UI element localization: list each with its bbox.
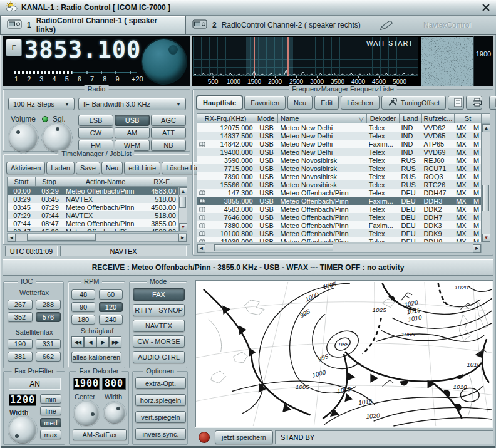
radio-mode-button[interactable]: USB <box>115 115 150 126</box>
col-name[interactable]: Name ▽ <box>278 113 367 123</box>
freqlist-tab[interactable]: Hauptliste <box>197 96 242 110</box>
ioc-button[interactable]: 662 <box>36 352 61 362</box>
option-button[interactable]: vert.spiegeln <box>135 411 186 423</box>
close-button[interactable] <box>481 3 491 12</box>
dekoder-center-knob[interactable] <box>75 402 98 425</box>
f-button[interactable]: F <box>6 39 22 56</box>
ioc-button[interactable]: 288 <box>36 300 61 310</box>
frequency-row[interactable]: 7890.000 USB Meteo Novosibirsk Telex RUS… <box>197 172 481 180</box>
radio-mode-button[interactable]: AGC <box>151 115 186 126</box>
frequency-row[interactable]: 10100.800 USB Meteo Offenbach/Pinn Telex… <box>197 229 481 237</box>
rpm-button[interactable]: 48 <box>71 289 95 300</box>
scroll-up-icon[interactable]: ▲ <box>482 124 490 132</box>
spectrum-display[interactable]: WAIT START 50010001500200025003000350040… <box>192 36 473 86</box>
ioc-button[interactable]: 331 <box>36 339 61 349</box>
prefilter-mode-button[interactable]: fine <box>40 406 61 415</box>
job-row[interactable]: 08:47 15:29 Meteo Offenbach/Pinn 4583.00 <box>8 227 178 232</box>
ioc-button[interactable]: 190 <box>8 339 33 349</box>
col-start[interactable]: Start <box>7 177 36 187</box>
joblist-toolbar-button[interactable]: Laden <box>46 162 75 174</box>
col-rx-frq[interactable]: RX-Frq.(KHz) <box>197 113 254 123</box>
skew-arrow-button[interactable]: ▶▶ <box>109 336 121 348</box>
col-stop[interactable]: Stop <box>36 177 63 187</box>
frequency-row[interactable]: 7880.000 USB Meteo Offenbach/Pinn Faxim.… <box>197 221 481 229</box>
tuning-offset-button[interactable]: TuningOffset <box>381 96 446 110</box>
decoder-mode-button[interactable]: CW - MORSE <box>133 335 185 348</box>
joblist-toolbar-button[interactable]: Aktivieren <box>6 162 45 174</box>
radio-mode-button[interactable]: ATT <box>151 127 186 138</box>
frequency-row[interactable]: 12075.000 USB Meteo New Delhi Telex IND … <box>197 123 481 132</box>
if-bandwidth-select[interactable]: IF-Bandwidth 3.0 KHz ▼ <box>78 98 186 110</box>
col-dekoder[interactable]: Dekoder <box>367 113 400 123</box>
frequency-row[interactable]: 147.300 USB Meteo Offenbach/Pinn Telex D… <box>197 189 481 197</box>
frequency-row[interactable]: 3590.000 USB Meteo Novosibirsk Telex RUS… <box>197 156 481 164</box>
decoder-mode-button[interactable]: AUDIO-CTRL <box>133 351 185 363</box>
frequency-row[interactable]: 4583.000 USB Meteo Offenbach/Pinn Telex … <box>197 205 481 213</box>
scroll-down-icon[interactable]: ▼ <box>482 234 490 242</box>
ioc-button[interactable]: 576 <box>36 312 61 322</box>
spectrum-grid[interactable]: WAIT START <box>193 37 418 76</box>
joblist-vscrollbar[interactable]: ▲ ▼ <box>178 187 187 232</box>
frequency-row[interactable]: 15566.000 USB Meteo Novosibirsk Telex RU… <box>197 180 481 189</box>
rpm-button[interactable]: 60 <box>99 289 123 300</box>
scroll-right-icon[interactable]: ► <box>178 234 187 242</box>
skew-arrow-button[interactable]: ◀◀ <box>71 336 84 348</box>
frequency-row[interactable]: 7715.000 USB Meteo Novosibirsk Telex RUS… <box>197 164 481 172</box>
prefilter-mode-button[interactable]: min <box>40 394 61 404</box>
prefilter-state-display[interactable]: AN <box>9 378 61 390</box>
joblist-toolbar-button[interactable]: Neu <box>101 162 123 174</box>
job-row[interactable]: 07:29 07:44 NAVTEX 518.00 <box>8 211 178 219</box>
help-button[interactable]: ? <box>489 96 496 110</box>
frequency-row[interactable]: 11039.000 USB Meteo Offenbach/Pinn Telex… <box>197 237 481 242</box>
step-size-select[interactable]: 100 Hz Steps ▼ <box>8 98 75 110</box>
radio-mode-button[interactable]: NB <box>151 140 186 151</box>
radio-mode-button[interactable]: CW <box>78 127 113 138</box>
tab-channel-2[interactable]: 2 RadioControl Channel-2 ( speaker recht… <box>186 16 371 34</box>
skew-arrow-button[interactable]: ◀ <box>84 336 96 348</box>
dekoder-width-knob[interactable] <box>105 403 125 423</box>
volume-knob[interactable] <box>9 124 37 152</box>
job-row[interactable]: 03:29 03:45 NAVTEX 518.00 <box>8 195 178 203</box>
option-button[interactable]: horz.spiegeln <box>135 394 186 406</box>
frequency-row[interactable]: 7646.000 USB Meteo Offenbach/Pinn Telex … <box>197 213 481 221</box>
joblist-toolbar-button[interactable]: edit Linie <box>124 162 160 174</box>
col-rx-freq[interactable]: RX-F.. <box>148 177 178 187</box>
frequency-row[interactable]: 3855.000 USB Meteo Offenbach/Pinn Faxim.… <box>197 197 481 205</box>
prefilter-mode-button[interactable]: med <box>40 418 61 427</box>
radio-mode-button[interactable]: AM <box>115 127 150 138</box>
col-st[interactable]: St <box>455 113 482 123</box>
frequency-row[interactable]: 14837.500 USB Meteo New Delhi Telex IND … <box>197 132 481 140</box>
print-button[interactable] <box>466 96 482 110</box>
scroll-left-icon[interactable]: ◄ <box>197 244 205 253</box>
job-row[interactable]: 07:44 08:47 Meteo Offenbach/Pinn 3855.00 <box>8 219 178 227</box>
rpm-button[interactable]: 240 <box>99 315 123 325</box>
scroll-thumb[interactable] <box>214 244 333 251</box>
scroll-thumb[interactable] <box>179 197 186 208</box>
freqlist-tab[interactable]: Neu <box>287 96 313 110</box>
ioc-button[interactable]: 381 <box>8 352 33 362</box>
freqlist-vscrollbar[interactable]: ▲ ▼ <box>482 123 490 242</box>
col-action-name[interactable]: Action-Name <box>63 177 148 187</box>
col-mode[interactable]: Mode <box>254 113 278 123</box>
freqlist-tab[interactable]: Favoriten <box>244 96 286 110</box>
log-button[interactable] <box>448 96 464 110</box>
col-land[interactable]: Land <box>400 113 422 123</box>
radio-mode-button[interactable]: LSB <box>78 115 113 126</box>
freqlist-tab[interactable]: Löschen <box>341 96 380 110</box>
rpm-button[interactable]: 120 <box>99 302 123 312</box>
rpm-button[interactable]: 180 <box>71 315 95 325</box>
am-satfax-button[interactable]: AM-SatFax <box>73 429 127 440</box>
option-button[interactable]: extra-Opt. <box>135 377 186 389</box>
scroll-up-icon[interactable]: ▲ <box>179 187 187 195</box>
skew-arrow-button[interactable]: ▶ <box>96 336 109 348</box>
tuning-knob[interactable] <box>142 39 186 83</box>
frequency-row[interactable]: 14842.000 USB Meteo New Delhi Faxim... I… <box>197 140 481 148</box>
calibrate-all-button[interactable]: alles kalibrieren <box>71 352 121 363</box>
scroll-thumb[interactable] <box>482 185 489 211</box>
scroll-down-icon[interactable]: ▼ <box>179 223 187 231</box>
tab-channel-1[interactable]: 1 RadioControl Channel-1 ( speaker links… <box>1 16 185 34</box>
joblist-toolbar-button[interactable]: Save <box>76 162 100 174</box>
option-button[interactable]: invers sync. <box>135 428 186 440</box>
decoder-mode-button[interactable]: FAX <box>133 288 185 301</box>
ioc-button[interactable]: 352 <box>8 312 33 322</box>
